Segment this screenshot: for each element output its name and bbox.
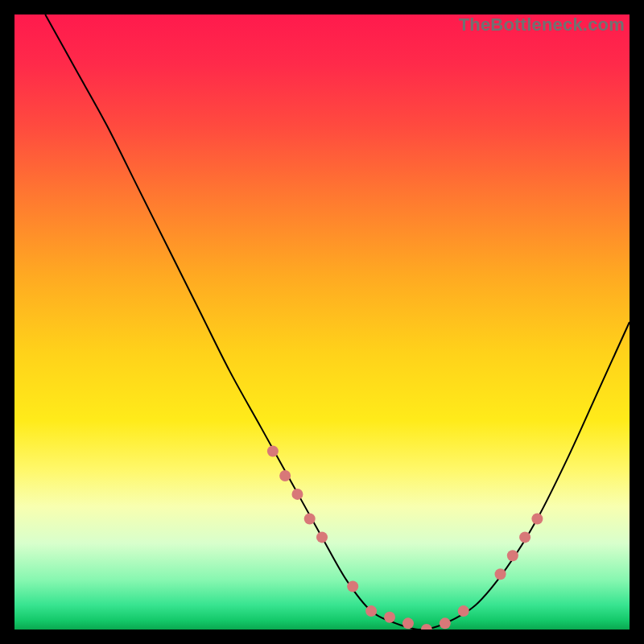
curve-marker: [279, 470, 291, 481]
curve-marker: [402, 617, 414, 629]
curve-marker: [531, 513, 543, 524]
curve-marker: [304, 513, 316, 524]
curve-marker: [495, 568, 506, 580]
curve-marker: [507, 550, 518, 561]
chart-frame: TheBottleneck.com: [0, 0, 644, 644]
watermark-text: TheBottleneck.com: [459, 14, 625, 35]
curve-marker: [316, 531, 328, 543]
curve-marker: [365, 605, 377, 617]
curve-marker: [267, 445, 279, 456]
curve-layer: [14, 14, 630, 630]
curve-marker: [421, 624, 432, 630]
plot-area: TheBottleneck.com: [14, 14, 630, 630]
curve-marker: [458, 605, 469, 617]
marker-group: [267, 445, 543, 630]
curve-marker: [519, 531, 530, 543]
curve-marker: [291, 489, 303, 500]
curve-marker: [440, 617, 451, 629]
curve-marker: [384, 612, 395, 623]
curve-marker: [347, 581, 358, 592]
bottleneck-curve: [45, 14, 630, 630]
